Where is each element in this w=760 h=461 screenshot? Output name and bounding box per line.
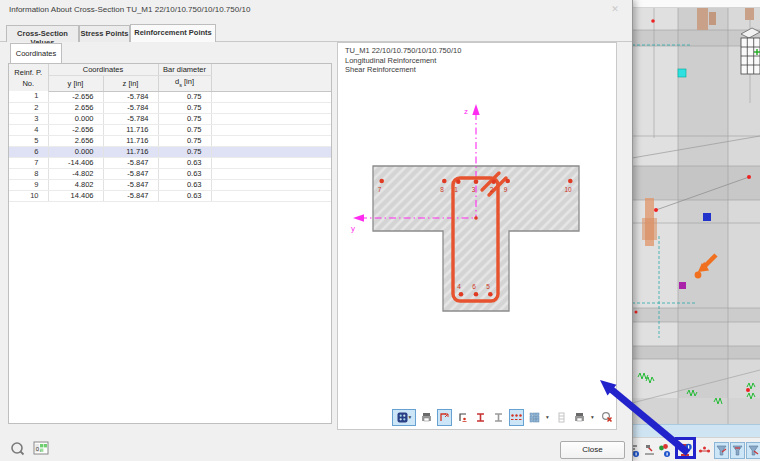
- svg-text:7: 7: [378, 186, 382, 193]
- dropdown-caret-icon: ▾: [409, 415, 412, 420]
- column-header-z: z [in]: [103, 76, 158, 92]
- svg-text:1: 1: [454, 186, 458, 193]
- column-header-reinf-no: Reinf. P. No.: [9, 64, 48, 91]
- tab-cross-section-values[interactable]: Cross-Section Values: [6, 25, 79, 42]
- preview-toolbar: ▾: [392, 408, 614, 426]
- dialog-close-x-button[interactable]: ✕: [606, 2, 624, 16]
- tab-stress-points[interactable]: Stress Points: [79, 25, 130, 42]
- panel-header-strip: [632, 424, 760, 438]
- show-reinforcement-button[interactable]: [509, 409, 524, 426]
- filter-icon[interactable]: [714, 442, 729, 459]
- preview-line-longitudinal: Longitudinal Reinforcement: [345, 56, 461, 66]
- tab-reinforcement-points[interactable]: Reinforcement Points: [130, 24, 216, 42]
- svg-text:10: 10: [564, 186, 572, 193]
- dropdown-caret-icon[interactable]: ▾: [544, 415, 551, 420]
- centroid-point: [474, 216, 478, 220]
- y-axis-label: y: [351, 224, 355, 233]
- svg-text:9: 9: [504, 186, 508, 193]
- cyan-node-marker: [678, 69, 686, 77]
- filter-icon[interactable]: [730, 442, 745, 459]
- svg-text:8: 8: [440, 186, 444, 193]
- blue-node-marker: [703, 213, 711, 221]
- dialog-titlebar[interactable]: Information About Cross-Section TU_M1 22…: [0, 0, 632, 22]
- table-row[interactable]: 94.802-5.8470.63: [9, 179, 332, 190]
- dropdown-caret-icon[interactable]: ▾: [589, 415, 596, 420]
- table-row[interactable]: 1014.406-5.8470.63: [9, 190, 332, 201]
- preview-header: TU_M1 22/10/10.750/10/10.750/10 Longitud…: [345, 46, 461, 75]
- svg-text:0,: 0,: [36, 446, 41, 452]
- show-numbering-button[interactable]: [437, 409, 452, 426]
- table-row[interactable]: 30.000-5.7840.75: [9, 113, 332, 124]
- purple-node-marker: [679, 282, 686, 289]
- close-button[interactable]: Close: [560, 441, 625, 459]
- print-button[interactable]: [572, 409, 587, 426]
- column-header-ds: ds [in]: [158, 76, 211, 92]
- preview-line-shear: Shear Reinforcement: [345, 65, 461, 75]
- measure-icon[interactable]: [642, 442, 657, 458]
- cross-section-drawing[interactable]: z y 1 2 3 4 5: [338, 91, 618, 411]
- z-axis-label: z: [464, 107, 468, 116]
- cross-section-preview-panel: TU_M1 22/10/10.750/10/10.750/10 Longitud…: [337, 42, 617, 430]
- z-axis-arrow-icon: [472, 104, 479, 115]
- main-application-window: [632, 0, 760, 461]
- svg-text:2: 2: [490, 186, 494, 193]
- reinforcement-points-table: Reinf. P. No. Coordinates Bar diameter y…: [8, 63, 332, 424]
- table-row[interactable]: 52.65611.7160.75: [9, 135, 332, 146]
- dialog-title: Information About Cross-Section TU_M1 22…: [9, 5, 250, 14]
- preview-section-name: TU_M1 22/10/10.750/10/10.750/10: [345, 46, 461, 56]
- zoom-reset-button[interactable]: [599, 409, 614, 426]
- table-row[interactable]: 1-2.656-5.7840.75: [9, 91, 332, 102]
- app-toolbar-cutoff: [632, 0, 760, 8]
- column-header-bar-diameter: Bar diameter: [158, 64, 211, 76]
- printer-graphic-button[interactable]: [419, 409, 434, 426]
- section-solid-button[interactable]: [473, 409, 488, 426]
- tab-coordinates[interactable]: Coordinates: [10, 43, 62, 63]
- units-settings-icon[interactable]: 0,: [33, 440, 50, 457]
- points-info-icon[interactable]: [657, 442, 672, 458]
- table-row-selected[interactable]: 60.00011.7160.75: [9, 146, 332, 157]
- column-header-y: y [in]: [48, 76, 103, 92]
- svg-text:5: 5: [486, 283, 490, 290]
- annotation-highlight-box: [675, 437, 696, 459]
- background-grid-button[interactable]: [527, 409, 542, 426]
- screen: Information About Cross-Section TU_M1 22…: [0, 0, 760, 461]
- orange-node-marker: [695, 272, 702, 279]
- column-header-filler: [211, 64, 331, 76]
- stress-points-icon[interactable]: [697, 442, 712, 458]
- results-toolbar: [632, 437, 760, 461]
- help-icon[interactable]: [10, 441, 26, 457]
- column-header-coordinates: Coordinates: [48, 64, 158, 76]
- svg-text:3: 3: [472, 186, 476, 193]
- y-axis-arrow-icon: [353, 214, 364, 221]
- table-row[interactable]: 4-2.65611.7160.75: [9, 124, 332, 135]
- svg-text:4: 4: [457, 283, 461, 290]
- table-row[interactable]: 8-4.802-5.8470.63: [9, 168, 332, 179]
- filter-icon[interactable]: [746, 442, 760, 459]
- values-column-button[interactable]: [554, 409, 569, 426]
- show-dimensions-button[interactable]: [455, 409, 470, 426]
- table-row[interactable]: 7-14.406-5.8470.63: [9, 157, 332, 168]
- svg-text:6: 6: [472, 283, 476, 290]
- info-dialog: Information About Cross-Section TU_M1 22…: [0, 0, 633, 461]
- main-tabstrip: Cross-Section Values Stress Points Reinf…: [6, 24, 216, 42]
- table-row[interactable]: 22.656-5.7840.75: [9, 102, 332, 113]
- section-outline-button[interactable]: [491, 409, 506, 426]
- 3d-model-view[interactable]: [632, 8, 760, 424]
- view-mode-button[interactable]: ▾: [392, 409, 416, 426]
